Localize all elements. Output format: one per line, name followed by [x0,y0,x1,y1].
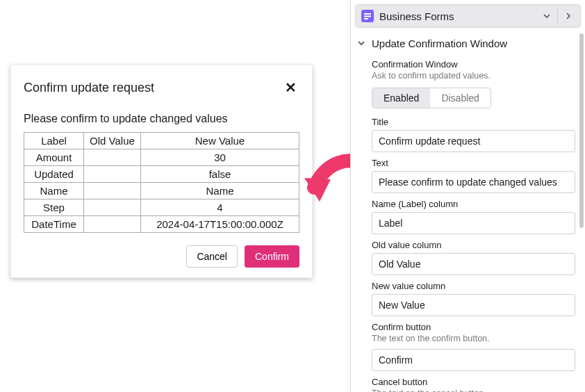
close-icon[interactable]: ✕ [282,79,299,96]
cancel-btn-help: The text on the cancel button. [372,389,575,392]
name-col-label: Name (Label) column [372,199,575,209]
name-col-input[interactable] [372,212,575,234]
scrollbar[interactable] [579,33,584,389]
toggle-disabled[interactable]: Disabled [430,88,490,108]
svg-rect-1 [364,16,371,17]
modal-title: Confirm update request [24,81,154,95]
modal-text: Please confirm to update changed values [24,113,299,125]
section-toggle[interactable]: Update Confirmation Window [351,32,585,54]
divider [557,9,558,23]
title-label: Title [372,117,575,127]
scrollbar-thumb[interactable] [579,33,584,228]
cancel-button[interactable]: Cancel [186,245,238,268]
title-input[interactable] [372,130,575,152]
confirm-btn-help: The text on the confirm button. [372,334,575,343]
section-title: Update Confirmation Window [372,38,507,49]
confirm-btn-label: Confirm button [372,322,575,332]
table-header-row: Label Old Value New Value [24,133,299,149]
svg-rect-2 [364,18,368,19]
toggle-enabled[interactable]: Enabled [372,88,430,108]
confirm-btn-input[interactable] [372,349,575,371]
old-col-label: Old value column [372,240,575,250]
cancel-btn-label: Cancel button [372,377,575,387]
old-col-input[interactable] [372,253,575,275]
table-row: Step 4 [24,199,299,216]
col-old: Old Value [84,133,141,149]
config-panel: Business Forms Update Confirmation Windo… [350,0,585,392]
chevron-down-icon [358,40,368,48]
text-input[interactable] [372,171,575,193]
confirm-table: Label Old Value New Value Amount 30 Upda… [24,132,299,233]
table-row: Amount 30 [24,149,299,166]
modal-header: Confirm update request ✕ [24,79,299,96]
table-row: DateTime 2024-04-17T15:00:00.000Z [24,216,299,233]
col-label: Label [24,133,84,149]
text-label: Text [372,158,575,168]
panel-body: Confirmation Window Ask to confirm updat… [351,54,585,392]
chevron-right-icon[interactable] [562,10,575,22]
panel-header[interactable]: Business Forms [355,4,581,28]
panel-header-title: Business Forms [379,10,454,22]
new-col-label: New value column [372,281,575,291]
chevron-down-icon[interactable] [541,10,553,22]
modal-footer: Cancel Confirm [24,245,299,268]
confirm-update-modal: Confirm update request ✕ Please confirm … [10,65,313,278]
table-row: Name Name [24,183,299,199]
confirm-button[interactable]: Confirm [245,245,299,268]
confirmation-window-toggle: Enabled Disabled [372,88,491,108]
confirmation-window-label: Confirmation Window [372,59,575,70]
col-new: New Value [141,133,299,149]
svg-rect-0 [364,13,371,15]
new-col-input[interactable] [372,294,575,316]
confirmation-window-help: Ask to confirm updated values. [372,71,575,81]
forms-plugin-icon [361,10,374,22]
table-row: Updated false [24,166,299,183]
